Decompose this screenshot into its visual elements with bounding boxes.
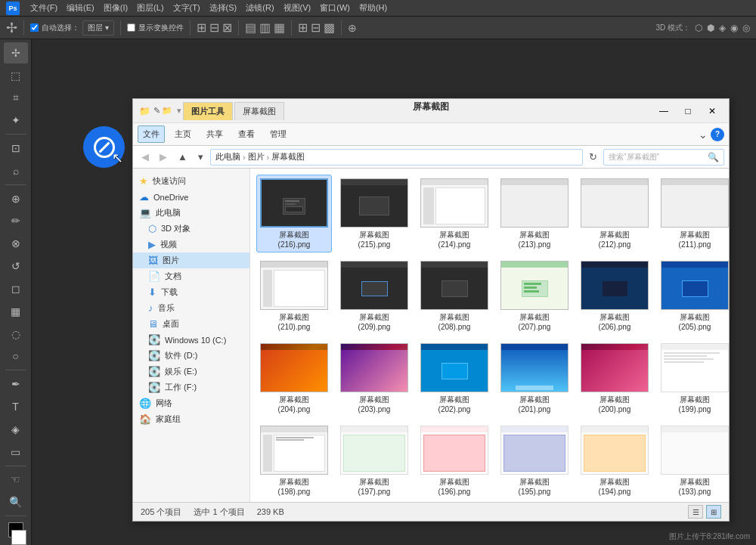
sidebar-item-this-pc[interactable]: 💻 此电脑 — [133, 205, 249, 221]
distribute-icon-3[interactable]: ▩ — [324, 20, 335, 35]
ribbon-nav-share[interactable]: 共享 — [201, 125, 228, 143]
sidebar-item-network[interactable]: 🌐 网络 — [133, 395, 249, 411]
history-brush[interactable]: ↺ — [4, 255, 28, 277]
3d-icon-2[interactable]: ⬢ — [707, 23, 714, 33]
search-box[interactable]: 搜索"屏幕截图" 🔍 — [603, 149, 724, 166]
sidebar-item-music[interactable]: ♪ 音乐 — [133, 300, 249, 316]
align-icon-4[interactable]: ▤ — [245, 20, 256, 35]
close-button[interactable]: ✕ — [702, 103, 723, 119]
file-item-208[interactable]: 屏幕截图(208).png — [417, 257, 492, 335]
menu-text[interactable]: 文字(T) — [169, 1, 205, 15]
3d-icon-5[interactable]: ◎ — [742, 23, 750, 33]
align-icon-5[interactable]: ▥ — [259, 20, 271, 35]
path-select[interactable]: ◈ — [4, 419, 28, 440]
ribbon-nav-file[interactable]: 文件 — [138, 125, 165, 143]
file-item-194[interactable]: 屏幕截图(194).png — [577, 422, 652, 500]
eyedropper[interactable]: ⌕ — [4, 160, 28, 181]
sidebar-item-3d-objects[interactable]: ⬡ 3D 对象 — [133, 221, 249, 237]
crop-tool[interactable]: ⊡ — [4, 138, 28, 159]
file-item-203[interactable]: 屏幕截图(203).png — [336, 339, 412, 417]
hand-tool[interactable]: ☜ — [4, 469, 28, 490]
sidebar-item-homegroup[interactable]: 🏠 家庭组 — [133, 411, 249, 427]
text-tool[interactable]: T — [4, 396, 28, 417]
sidebar-item-drive-d[interactable]: 💽 软件 (D:) — [133, 348, 249, 364]
3d-icon-4[interactable]: ◉ — [730, 23, 738, 33]
file-item-195[interactable]: 屏幕截图(195).png — [497, 422, 572, 500]
view-list-btn[interactable]: ☰ — [688, 505, 703, 519]
file-item-193[interactable]: 屏幕截图(193).png — [657, 422, 729, 500]
view-grid-btn[interactable]: ⊞ — [706, 505, 721, 519]
brush-tool[interactable]: ✏ — [4, 211, 28, 232]
dodge-tool[interactable]: ○ — [4, 346, 28, 367]
auto-select-checkbox[interactable]: 自动选择： — [30, 23, 79, 33]
refresh-button[interactable]: ↻ — [586, 150, 600, 164]
distribute-icon-2[interactable]: ⊟ — [311, 20, 321, 35]
help-icon[interactable]: ? — [711, 128, 724, 141]
align-icon-2[interactable]: ⊟ — [209, 20, 219, 35]
file-item-212[interactable]: 屏幕截图(212).png — [577, 175, 652, 252]
gradient-tool[interactable]: ▦ — [4, 301, 28, 322]
file-item-199[interactable]: 屏幕截图(199).png — [657, 339, 729, 417]
extra-icon-1[interactable]: ⊕ — [348, 22, 357, 34]
file-item-210[interactable]: 屏幕截图(210).png — [256, 257, 332, 335]
sidebar-item-desktop[interactable]: 🖥 桌面 — [133, 316, 249, 332]
file-item-213[interactable]: 屏幕截图(213).png — [497, 175, 572, 252]
sidebar-item-onedrive[interactable]: ☁ OneDrive — [133, 189, 249, 205]
layer-dropdown[interactable]: 图层 ▾ — [82, 20, 114, 36]
menu-edit[interactable]: 编辑(E) — [62, 1, 99, 15]
align-icon-6[interactable]: ▦ — [274, 20, 285, 35]
maximize-button[interactable]: □ — [677, 103, 699, 119]
sidebar-item-video[interactable]: ▶ 视频 — [133, 237, 249, 252]
pen-tool[interactable]: ✒ — [4, 373, 28, 395]
address-path[interactable]: 此电脑 › 图片 › 屏幕截图 — [210, 149, 583, 166]
eraser-tool[interactable]: ◻ — [4, 278, 28, 299]
ribbon-collapse-icon[interactable]: ⌄ — [699, 129, 708, 141]
align-icon-3[interactable]: ⊠ — [222, 20, 232, 35]
sidebar-item-quick-access[interactable]: ★ 快速访问 — [133, 173, 249, 189]
menu-window[interactable]: 窗口(W) — [315, 1, 355, 15]
file-item-206[interactable]: 屏幕截图(206).png — [577, 257, 652, 335]
search-icon[interactable]: 🔍 — [708, 152, 719, 163]
move-tool[interactable]: ✢ — [4, 42, 28, 63]
file-item-204[interactable]: 屏幕截图(204).png — [256, 339, 332, 417]
file-item-198[interactable]: 屏幕截图(198).png — [256, 422, 332, 500]
shape-tool[interactable]: ▭ — [4, 441, 28, 463]
ribbon-nav-manage[interactable]: 管理 — [265, 125, 292, 143]
file-item-205[interactable]: 屏幕截图(205).png — [657, 257, 729, 335]
blur-tool[interactable]: ◌ — [4, 324, 28, 345]
select-tool[interactable]: ⬚ — [4, 65, 28, 86]
menu-image[interactable]: 图像(I) — [99, 1, 132, 15]
file-item-216[interactable]: 屏幕截图(216).png — [256, 175, 332, 252]
file-item-209[interactable]: 屏幕截图(209).png — [336, 257, 412, 335]
distribute-icon-1[interactable]: ⊞ — [298, 20, 308, 35]
menu-view[interactable]: 视图(V) — [279, 1, 316, 15]
file-item-214[interactable]: 屏幕截图(214).png — [417, 175, 492, 252]
nav-recent-button[interactable]: ▾ — [194, 150, 207, 164]
ribbon-tab-screenshots[interactable]: 屏幕截图 — [234, 102, 284, 120]
menu-filter[interactable]: 滤镜(R) — [241, 1, 278, 15]
3d-icon-1[interactable]: ⬡ — [695, 23, 702, 33]
clone-stamp[interactable]: ⊗ — [4, 233, 28, 254]
file-item-196[interactable]: 屏幕截图(196).png — [417, 422, 492, 500]
ribbon-tab-picture-tools[interactable]: 图片工具 — [183, 102, 233, 120]
ribbon-nav-home[interactable]: 主页 — [169, 125, 197, 143]
sidebar-item-downloads[interactable]: ⬇ 下载 — [133, 284, 249, 300]
file-item-211[interactable]: 屏幕截图(211).png — [657, 175, 729, 252]
magic-wand[interactable]: ✦ — [4, 110, 28, 131]
lasso-tool[interactable]: ⌗ — [4, 88, 28, 109]
file-item-200[interactable]: 屏幕截图(200).png — [577, 339, 652, 417]
file-item-202[interactable]: 屏幕截图(202).png — [417, 339, 492, 417]
menu-select[interactable]: 选择(S) — [205, 1, 242, 15]
file-item-201[interactable]: 屏幕截图(201).png — [497, 339, 572, 417]
3d-icon-3[interactable]: ◈ — [719, 23, 726, 33]
nav-back-button[interactable]: ◀ — [138, 150, 153, 164]
background-color[interactable] — [11, 530, 26, 545]
sidebar-item-drive-f[interactable]: 💽 工作 (F:) — [133, 379, 249, 395]
file-item-215[interactable]: 屏幕截图(215).png — [336, 175, 412, 252]
ribbon-nav-view[interactable]: 查看 — [233, 125, 260, 143]
sidebar-item-documents[interactable]: 📄 文档 — [133, 268, 249, 284]
file-item-197[interactable]: 屏幕截图(197).png — [336, 422, 412, 500]
sidebar-item-drive-c[interactable]: 💽 Windows 10 (C:) — [133, 332, 249, 348]
file-item-207[interactable]: 屏幕截图(207).png — [497, 257, 572, 335]
show-transform-checkbox[interactable]: 显示变换控件 — [127, 23, 184, 33]
